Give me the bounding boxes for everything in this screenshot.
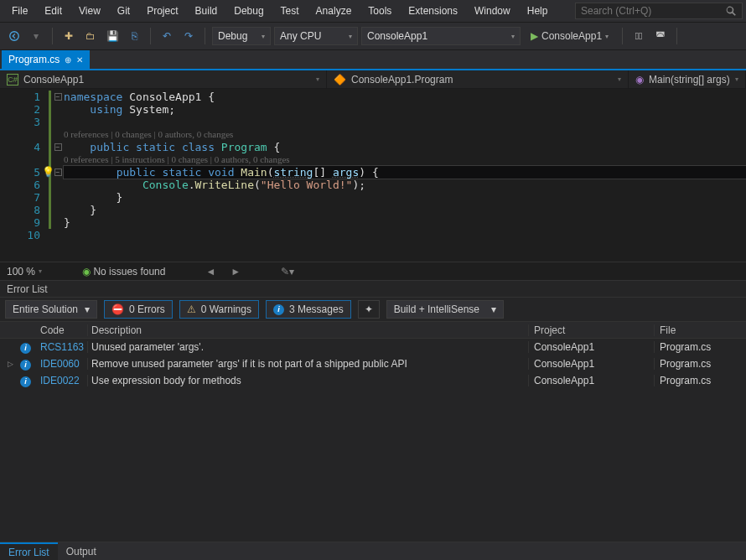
header-project[interactable]: Project bbox=[528, 324, 654, 336]
menu-build[interactable]: Build bbox=[187, 2, 226, 20]
menu-help[interactable]: Help bbox=[519, 2, 557, 20]
main-toolbar: ▾ ✚ 🗀 💾 ⎘ ↶ ↷ Debug▾ Any CPU▾ ConsoleApp… bbox=[0, 22, 746, 50]
error-row[interactable]: i IDE0022 Use expression body for method… bbox=[0, 372, 746, 389]
menu-test[interactable]: Test bbox=[272, 2, 308, 20]
search-icon bbox=[725, 5, 737, 17]
toolbar-extra-2[interactable]: ◚ bbox=[651, 27, 670, 45]
document-tab-label: Program.cs bbox=[8, 54, 60, 65]
nav-project-label: ConsoleApp1 bbox=[23, 74, 84, 86]
nav-project-dropdown[interactable]: C# ConsoleApp1 ▾ bbox=[0, 70, 327, 88]
header-code[interactable]: Code bbox=[40, 324, 87, 336]
codelens[interactable]: 0 references | 5 instructions | 0 change… bbox=[64, 153, 746, 166]
close-icon[interactable]: ✕ bbox=[76, 55, 83, 65]
play-icon: ▶ bbox=[531, 30, 538, 42]
tab-output[interactable]: Output bbox=[58, 543, 105, 560]
startup-project-dropdown[interactable]: ConsoleApp1▾ bbox=[361, 27, 521, 45]
nav-member-label: Main(string[] args) bbox=[649, 74, 730, 86]
error-list-title: Error List bbox=[0, 280, 746, 297]
code-editor[interactable]: 1 2 3 4 5 6 7 8 9 10 − − − namespace Con… bbox=[0, 89, 746, 262]
solution-platform-dropdown[interactable]: Any CPU▾ bbox=[274, 27, 358, 45]
menu-file[interactable]: File bbox=[3, 2, 36, 20]
pin-icon[interactable]: ⊕ bbox=[65, 55, 71, 65]
zoom-dropdown[interactable]: 100 %▾ bbox=[7, 266, 42, 277]
menu-view[interactable]: View bbox=[70, 2, 109, 20]
menu-git[interactable]: Git bbox=[109, 2, 138, 20]
document-tab-strip: Program.cs ⊕ ✕ bbox=[0, 50, 746, 70]
run-target-label: ConsoleApp1 bbox=[541, 30, 602, 42]
start-debug-button[interactable]: ▶ ConsoleApp1 ▾ bbox=[524, 30, 615, 42]
fold-toggle[interactable]: − bbox=[54, 169, 62, 176]
header-file[interactable]: File bbox=[654, 324, 746, 336]
info-icon: i bbox=[20, 360, 31, 371]
code-area[interactable]: namespace ConsoleApp1 { using System; 0 … bbox=[64, 89, 746, 262]
info-icon: i bbox=[20, 343, 31, 354]
scope-dropdown[interactable]: Entire Solution▾ bbox=[5, 300, 97, 319]
global-search[interactable] bbox=[575, 3, 743, 19]
tab-error-list[interactable]: Error List bbox=[0, 542, 58, 561]
startup-project-value: ConsoleApp1 bbox=[367, 30, 427, 42]
info-icon: i bbox=[273, 304, 284, 315]
errors-filter-toggle[interactable]: ⛔ 0 Errors bbox=[104, 300, 173, 319]
header-description[interactable]: Description bbox=[87, 324, 528, 336]
nav-fwd-button[interactable]: ▾ bbox=[27, 27, 45, 45]
document-tab-program[interactable]: Program.cs ⊕ ✕ bbox=[2, 50, 90, 69]
nav-prev-issue[interactable]: ◄ bbox=[205, 266, 215, 277]
check-icon: ◉ bbox=[82, 266, 91, 277]
info-icon: i bbox=[20, 376, 31, 387]
search-input[interactable] bbox=[581, 5, 725, 17]
menu-project[interactable]: Project bbox=[138, 2, 186, 20]
save-button[interactable]: 💾 bbox=[103, 27, 122, 45]
csharp-project-icon: C# bbox=[7, 74, 18, 86]
error-row[interactable]: ▷ i IDE0060 Remove unused parameter 'arg… bbox=[0, 355, 746, 372]
error-row[interactable]: i RCS1163 Unused parameter 'args'. Conso… bbox=[0, 339, 746, 355]
new-item-button[interactable]: ✚ bbox=[60, 27, 78, 45]
warnings-filter-toggle[interactable]: ⚠ 0 Warnings bbox=[179, 300, 259, 319]
nav-member-dropdown[interactable]: ◉ Main(string[] args) ▾ bbox=[629, 70, 746, 88]
bottom-tab-strip: Error List Output bbox=[0, 542, 746, 560]
source-dropdown[interactable]: Build + IntelliSense▾ bbox=[386, 300, 504, 319]
redo-button[interactable]: ↷ bbox=[179, 27, 198, 45]
lightbulb-icon[interactable]: 💡 bbox=[42, 166, 54, 179]
error-list-toolbar: Entire Solution▾ ⛔ 0 Errors ⚠ 0 Warnings… bbox=[0, 297, 746, 322]
nav-class-dropdown[interactable]: 🔶 ConsoleApp1.Program ▾ bbox=[327, 70, 629, 88]
menu-bar: File Edit View Git Project Build Debug T… bbox=[0, 0, 746, 22]
class-icon: 🔶 bbox=[334, 74, 346, 86]
svg-point-0 bbox=[10, 32, 19, 41]
issues-indicator[interactable]: ◉ No issues found bbox=[82, 266, 165, 277]
nav-back-button[interactable] bbox=[5, 27, 23, 45]
menu-tools[interactable]: Tools bbox=[360, 2, 400, 20]
method-icon: ◉ bbox=[635, 74, 644, 86]
fold-toggle[interactable]: − bbox=[54, 93, 62, 101]
menu-extensions[interactable]: Extensions bbox=[400, 2, 466, 20]
code-navigator: C# ConsoleApp1 ▾ 🔶 ConsoleApp1.Program ▾… bbox=[0, 70, 746, 89]
editor-status-bar: 100 %▾ ◉ No issues found ◄ ► ✎▾ bbox=[0, 262, 746, 280]
solution-config-value: Debug bbox=[218, 30, 247, 42]
solution-config-dropdown[interactable]: Debug▾ bbox=[212, 27, 271, 45]
messages-filter-toggle[interactable]: i 3 Messages bbox=[266, 300, 351, 319]
error-list-header[interactable]: Code Description Project File bbox=[0, 322, 746, 339]
error-icon: ⛔ bbox=[111, 303, 124, 315]
menu-debug[interactable]: Debug bbox=[225, 2, 272, 20]
nav-next-issue[interactable]: ► bbox=[231, 266, 241, 277]
warning-icon: ⚠ bbox=[187, 303, 196, 315]
build-errors-toggle[interactable]: ✦ bbox=[358, 300, 380, 319]
toolbar-extra-1[interactable]: �⃞ bbox=[629, 27, 648, 45]
fold-toggle[interactable]: − bbox=[54, 143, 62, 151]
open-file-button[interactable]: 🗀 bbox=[81, 27, 100, 45]
nav-class-label: ConsoleApp1.Program bbox=[351, 74, 453, 86]
menu-edit[interactable]: Edit bbox=[36, 2, 70, 20]
editor-tool-icon[interactable]: ✎▾ bbox=[281, 266, 294, 277]
save-all-button[interactable]: ⎘ bbox=[125, 27, 143, 45]
menu-window[interactable]: Window bbox=[466, 2, 519, 20]
solution-platform-value: Any CPU bbox=[280, 30, 321, 42]
error-list-body[interactable]: i RCS1163 Unused parameter 'args'. Conso… bbox=[0, 339, 746, 542]
codelens[interactable]: 0 references | 0 changes | 0 authors, 0 … bbox=[64, 128, 746, 141]
undo-button[interactable]: ↶ bbox=[158, 27, 176, 45]
menu-analyze[interactable]: Analyze bbox=[308, 2, 360, 20]
